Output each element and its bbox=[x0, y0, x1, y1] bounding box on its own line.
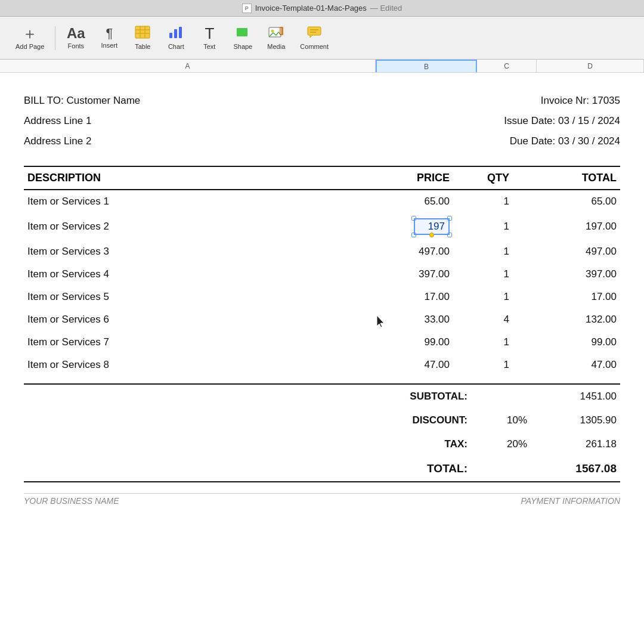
discount-pct: 10% bbox=[471, 408, 531, 432]
row-price[interactable]: 33.00 bbox=[352, 308, 453, 331]
chart-label: Chart bbox=[168, 43, 184, 50]
row-price[interactable]: 99.00 bbox=[352, 331, 453, 354]
subtotal-pct bbox=[471, 385, 531, 408]
col-a-selector[interactable]: A bbox=[0, 60, 376, 72]
text-button[interactable]: T Text bbox=[194, 21, 225, 55]
row-price[interactable]: 197 bbox=[352, 213, 453, 240]
col-a-label: A bbox=[185, 62, 190, 70]
footer-left: YOUR BUSINESS NAME bbox=[24, 496, 119, 506]
shape-icon bbox=[236, 26, 250, 41]
address-line1: Address Line 1 bbox=[24, 111, 140, 131]
shape-label: Shape bbox=[233, 43, 252, 50]
handle-tr bbox=[447, 216, 452, 221]
tax-pct: 20% bbox=[471, 432, 531, 456]
header-qty: QTY bbox=[453, 166, 513, 190]
header-description: DESCRIPTION bbox=[24, 166, 352, 190]
handle-bl bbox=[411, 233, 416, 237]
svg-rect-6 bbox=[174, 29, 177, 38]
discount-row: DISCOUNT: 10% 1305.90 bbox=[24, 408, 620, 432]
subtotal-spacer bbox=[24, 385, 364, 408]
text-icon: T bbox=[205, 26, 214, 41]
table-row: Item or Services 847.00147.00 bbox=[24, 354, 620, 376]
row-qty: 1 bbox=[453, 240, 513, 263]
media-icon bbox=[268, 26, 284, 41]
fonts-button[interactable]: Aa Fonts bbox=[60, 21, 91, 55]
svg-rect-0 bbox=[135, 26, 150, 38]
tax-row: TAX: 20% 261.18 bbox=[24, 432, 620, 456]
tax-label: TAX: bbox=[364, 432, 471, 456]
titlebar: P Invoice-Template-01-Mac-Pages — Edited bbox=[0, 0, 644, 17]
table-icon bbox=[135, 26, 150, 41]
table-row: Item or Services 799.00199.00 bbox=[24, 331, 620, 354]
media-button[interactable]: Media bbox=[261, 21, 292, 55]
toolbar-divider-1 bbox=[55, 26, 55, 50]
row-description: Item or Services 3 bbox=[24, 240, 352, 263]
fonts-icon: Aa bbox=[67, 26, 85, 41]
edited-label: — Edited bbox=[370, 4, 402, 13]
svg-point-10 bbox=[271, 30, 274, 33]
add-page-button[interactable]: ＋ Add Page bbox=[10, 21, 50, 55]
comment-icon bbox=[306, 26, 322, 41]
row-total: 397.00 bbox=[513, 263, 620, 286]
row-description: Item or Services 5 bbox=[24, 286, 352, 308]
row-price[interactable]: 497.00 bbox=[352, 240, 453, 263]
row-qty: 1 bbox=[453, 331, 513, 354]
col-d-selector[interactable]: D bbox=[537, 60, 644, 72]
row-qty: 4 bbox=[453, 308, 513, 331]
row-total: 17.00 bbox=[513, 286, 620, 308]
media-label: Media bbox=[267, 43, 285, 50]
row-total: 132.00 bbox=[513, 308, 620, 331]
handle-bottom bbox=[429, 233, 434, 237]
table-button[interactable]: Table bbox=[127, 21, 158, 55]
chart-icon bbox=[168, 26, 184, 41]
due-date: Due Date: 03 / 30 / 2024 bbox=[504, 131, 620, 151]
table-row: Item or Services 633.004132.00 bbox=[24, 308, 620, 331]
fonts-label: Fonts bbox=[68, 42, 85, 49]
chart-button[interactable]: Chart bbox=[160, 21, 191, 55]
header-total: TOTAL bbox=[513, 166, 620, 190]
header-price: PRICE bbox=[352, 166, 453, 190]
subtotal-label: SUBTOTAL: bbox=[364, 385, 471, 408]
svg-rect-8 bbox=[237, 28, 247, 36]
column-selector-bar: A B C D bbox=[0, 60, 644, 73]
insert-icon: ¶ bbox=[106, 27, 113, 40]
row-description: Item or Services 6 bbox=[24, 308, 352, 331]
table-label: Table bbox=[135, 43, 150, 50]
svg-rect-11 bbox=[280, 27, 283, 35]
discount-label: DISCOUNT: bbox=[364, 408, 471, 432]
row-description: Item or Services 4 bbox=[24, 263, 352, 286]
bill-to-name: BILL TO: Customer Name bbox=[24, 91, 140, 111]
comment-label: Comment bbox=[300, 43, 329, 50]
row-total: 197.00 bbox=[513, 213, 620, 240]
row-price[interactable]: 65.00 bbox=[352, 190, 453, 213]
footer-hints: YOUR BUSINESS NAME PAYMENT INFORMATION bbox=[24, 493, 620, 506]
col-c-selector[interactable]: C bbox=[477, 60, 537, 72]
invoice-header: BILL TO: Customer Name Address Line 1 Ad… bbox=[24, 91, 620, 151]
summary-bottom-divider bbox=[24, 481, 620, 482]
comment-button[interactable]: Comment bbox=[294, 21, 335, 55]
bill-to-section: BILL TO: Customer Name Address Line 1 Ad… bbox=[24, 91, 140, 151]
row-total: 497.00 bbox=[513, 240, 620, 263]
row-total: 47.00 bbox=[513, 354, 620, 376]
shape-button[interactable]: Shape bbox=[227, 21, 258, 55]
row-qty: 1 bbox=[453, 190, 513, 213]
row-price[interactable]: 47.00 bbox=[352, 354, 453, 376]
handle-br bbox=[447, 233, 452, 237]
app-icon: P bbox=[242, 4, 252, 13]
row-description: Item or Services 7 bbox=[24, 331, 352, 354]
col-c-label: C bbox=[504, 62, 509, 70]
row-price[interactable]: 17.00 bbox=[352, 286, 453, 308]
toolbar: ＋ Add Page Aa Fonts ¶ Insert Table bbox=[0, 17, 644, 60]
table-row: Item or Services 165.00165.00 bbox=[24, 190, 620, 213]
row-qty: 1 bbox=[453, 213, 513, 240]
subtotal-row: SUBTOTAL: 1451.00 bbox=[24, 385, 620, 408]
footer-right: PAYMENT INFORMATION bbox=[521, 496, 620, 506]
svg-rect-5 bbox=[169, 33, 172, 38]
insert-button[interactable]: ¶ Insert bbox=[94, 21, 125, 55]
row-description: Item or Services 1 bbox=[24, 190, 352, 213]
table-row: Item or Services 517.00117.00 bbox=[24, 286, 620, 308]
row-price[interactable]: 397.00 bbox=[352, 263, 453, 286]
total-value: 1567.08 bbox=[531, 456, 620, 481]
col-b-selector[interactable]: B bbox=[376, 60, 477, 72]
address-line2: Address Line 2 bbox=[24, 131, 140, 151]
